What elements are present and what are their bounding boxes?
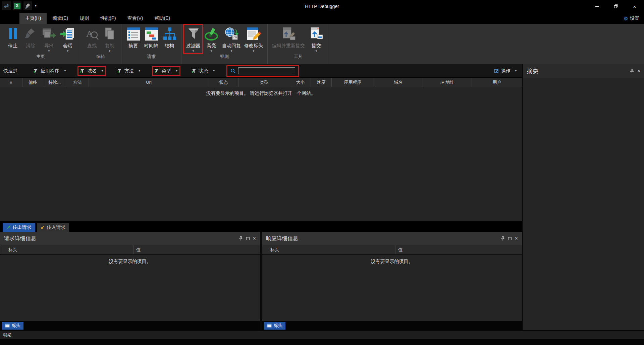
chevron-down-icon[interactable]: ▼	[48, 49, 50, 53]
tab-view[interactable]: 查看(V)	[122, 13, 149, 24]
sync-arrows-icon: ⇄	[4, 3, 9, 9]
chevron-down-icon[interactable]: ▼	[210, 49, 213, 53]
filters-button[interactable]: 过滤器▼	[184, 25, 202, 53]
sync-sessions-button[interactable]: ⇄	[2, 1, 11, 10]
outgoing-arrow-icon: ↗	[6, 224, 11, 230]
column-header[interactable]: 应用程序	[331, 78, 374, 87]
tab-outgoing-requests[interactable]: ↗ 传出请求	[3, 223, 35, 232]
close-button[interactable]: ×	[625, 0, 644, 13]
filter-application-dropdown[interactable]: 应用程序▼	[31, 66, 69, 76]
tab-headers[interactable]: 标头	[2, 322, 23, 330]
brush-icon	[23, 27, 38, 42]
chevron-down-icon[interactable]: ▼	[108, 49, 111, 53]
settings-label: 设置	[630, 15, 639, 21]
close-icon[interactable]: ×	[637, 68, 640, 74]
export-excel-button[interactable]: X	[13, 1, 21, 10]
chevron-down-icon: ▼	[515, 69, 517, 72]
float-icon[interactable]	[508, 237, 512, 240]
column-header[interactable]: 方法	[66, 78, 89, 87]
submit-button[interactable]: 提交▼	[307, 25, 326, 53]
actions-dropdown[interactable]: 操作▼	[494, 68, 517, 74]
chevron-down-icon: ▼	[213, 69, 215, 72]
column-header[interactable]: 状态	[209, 78, 238, 87]
request-panel-columns: 标头 值	[0, 245, 260, 255]
filter-type-dropdown[interactable]: 类型▼	[152, 66, 180, 76]
settings-button[interactable]: ⚙ 设置	[624, 13, 644, 24]
taskbar-strip	[0, 339, 644, 345]
tab-performance[interactable]: 性能(P)	[95, 13, 122, 24]
filter-domain-dropdown[interactable]: 域名▼	[77, 66, 106, 76]
highlight-button[interactable]: 高亮▼	[202, 25, 220, 53]
auto-respond-button[interactable]: 自动回复▼	[220, 25, 243, 53]
submit-icon	[308, 27, 324, 42]
chevron-down-icon[interactable]: ▼	[66, 49, 69, 53]
funnel-icon	[154, 68, 159, 73]
panel-empty-message: 没有要显示的项目。	[109, 259, 151, 265]
pin-icon[interactable]	[239, 236, 243, 241]
column-header[interactable]: 用户	[472, 78, 522, 87]
excel-icon: X	[14, 3, 20, 9]
find-button[interactable]: A 查找	[83, 25, 101, 53]
search-icon	[230, 68, 236, 74]
column-header[interactable]: 域名	[374, 78, 423, 87]
sessions-icon	[60, 27, 75, 42]
column-header[interactable]: #	[0, 78, 22, 87]
status-bar: 就绪	[0, 330, 644, 339]
summary-button[interactable]: 摘要	[124, 25, 142, 53]
column-header[interactable]: 标头	[262, 245, 395, 254]
structure-button[interactable]: 结构	[160, 25, 178, 53]
gear-icon: ⚙	[624, 15, 628, 22]
chevron-down-icon: ▼	[101, 69, 104, 72]
tab-headers[interactable]: 标头	[264, 322, 285, 330]
column-header[interactable]: 大小	[290, 78, 311, 87]
request-panel-tabbar: 标头	[0, 321, 260, 330]
find-icon: A	[85, 27, 99, 42]
column-header[interactable]: 值	[395, 245, 522, 254]
close-icon[interactable]: ×	[253, 236, 256, 241]
tab-rules[interactable]: 规则	[74, 13, 95, 24]
summary-panel-body	[523, 78, 644, 330]
ribbon-group-tools: 编辑并重新提交 提交▼ 工具	[268, 24, 329, 64]
pin-icon[interactable]	[501, 236, 505, 241]
restore-button[interactable]	[606, 0, 625, 13]
column-header[interactable]: IP 地址	[423, 78, 472, 87]
ribbon-group-label: 编辑	[83, 53, 118, 60]
tab-help[interactable]: 帮助(E)	[149, 13, 176, 24]
column-header[interactable]: 标头	[0, 245, 133, 254]
sessions-button[interactable]: 会话▼	[58, 25, 77, 53]
column-header[interactable]: 偏移	[22, 78, 43, 87]
stop-button[interactable]: 停止	[4, 25, 21, 53]
float-icon[interactable]	[246, 237, 250, 240]
filter-method-dropdown[interactable]: 方法▼	[115, 66, 143, 76]
tab-home[interactable]: 主页(H)	[19, 13, 47, 24]
edit-resubmit-button[interactable]: 编辑并重新提交	[270, 25, 307, 53]
column-header[interactable]: 类型	[238, 78, 290, 87]
pin-icon[interactable]	[630, 69, 634, 73]
search-input[interactable]	[238, 67, 295, 74]
tab-incoming-requests[interactable]: ↙ 传入请求	[37, 223, 69, 232]
column-header[interactable]: Url	[89, 78, 209, 87]
timeline-button[interactable]: 时间轴	[142, 25, 160, 53]
column-header[interactable]: 速度	[311, 78, 331, 87]
clear-button-qat[interactable]	[23, 1, 32, 10]
close-icon[interactable]: ×	[515, 236, 518, 241]
http-debugger-window: ⇄ X ▼ HTTP Debugger × 主页(H) 编辑(E) 规则 性能(…	[0, 0, 644, 345]
filter-status-dropdown[interactable]: 状态▼	[189, 66, 218, 76]
minimize-icon	[595, 6, 599, 7]
tab-edit[interactable]: 编辑(E)	[47, 13, 74, 24]
modify-headers-button[interactable]: 修改标头▼	[243, 25, 265, 53]
qat-customize-dropdown[interactable]: ▼	[34, 4, 37, 7]
window-title: HTTP Debugger	[0, 0, 644, 13]
chevron-down-icon[interactable]: ▼	[192, 49, 195, 53]
chevron-down-icon[interactable]: ▼	[252, 49, 255, 53]
panel-title: 摘要	[527, 67, 538, 75]
column-header[interactable]: 持续...	[43, 78, 66, 87]
chevron-down-icon[interactable]: ▼	[230, 49, 233, 53]
column-header[interactable]: 值	[133, 245, 260, 254]
chevron-down-icon[interactable]: ▼	[315, 49, 318, 53]
brush-icon	[25, 3, 31, 9]
clear-button[interactable]: 清除	[21, 25, 40, 53]
copy-button[interactable]: 复制▼	[101, 25, 118, 53]
minimize-button[interactable]	[588, 0, 606, 13]
export-button[interactable]: 导出▼	[40, 25, 58, 53]
